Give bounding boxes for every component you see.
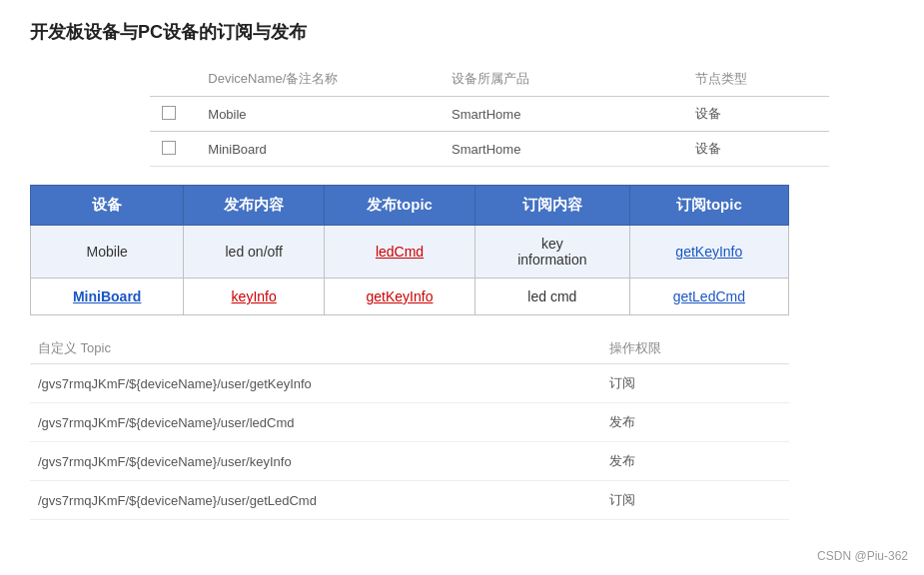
- topic-table-row: /gvs7rmqJKmF/${deviceName}/user/ledCmd 发…: [30, 403, 789, 442]
- topic-table-row: /gvs7rmqJKmF/${deviceName}/user/getLedCm…: [30, 481, 789, 520]
- device-nodetype-cell: 设备: [683, 132, 829, 167]
- device-checkbox[interactable]: [162, 106, 176, 120]
- topic-path-cell: /gvs7rmqJKmF/${deviceName}/user/getKeyIn…: [30, 364, 589, 403]
- topic-permission-cell: 订阅: [589, 364, 789, 403]
- topic-path-cell: /gvs7rmqJKmF/${deviceName}/user/keyInfo: [30, 442, 589, 481]
- topic-col-path-header: 自定义 Topic: [30, 333, 589, 364]
- main-cell-subtopic: getLedCmd: [629, 279, 788, 315]
- main-cell-pubcontent: led on/off: [184, 226, 325, 279]
- main-col-device-header: 设备: [31, 186, 184, 226]
- main-col-pubtopic-header: 发布topic: [324, 186, 474, 226]
- device-checkbox-cell[interactable]: [150, 132, 196, 167]
- page-title: 开发板设备与PC设备的订阅与发布: [30, 20, 894, 44]
- col-product-header: 设备所属产品: [440, 62, 683, 97]
- main-cell-device: MiniBoard: [31, 279, 184, 315]
- main-cell-pubtopic: ledCmd: [324, 226, 474, 279]
- topic-table: 自定义 Topic 操作权限 /gvs7rmqJKmF/${deviceName…: [30, 333, 789, 520]
- topic-col-permission-header: 操作权限: [589, 333, 789, 364]
- topic-permission-cell: 发布: [589, 403, 789, 442]
- main-cell-pubtopic: getKeyInfo: [324, 279, 474, 315]
- main-col-pubcontent-header: 发布内容: [184, 186, 325, 226]
- device-product-cell: SmartHome: [440, 132, 683, 167]
- main-table-row: MiniBoard keyInfo getKeyInfo led cmd get…: [31, 279, 789, 315]
- topic-section: 自定义 Topic 操作权限 /gvs7rmqJKmF/${deviceName…: [30, 333, 789, 520]
- main-col-subtopic-header: 订阅topic: [629, 186, 788, 226]
- main-cell-subtopic: getKeyInfo: [629, 226, 788, 279]
- topic-table-row: /gvs7rmqJKmF/${deviceName}/user/getKeyIn…: [30, 364, 789, 403]
- main-table-row: Mobile led on/off ledCmd key information…: [31, 226, 789, 279]
- main-table: 设备 发布内容 发布topic 订阅内容 订阅topic Mobile led …: [30, 185, 789, 315]
- topic-path-cell: /gvs7rmqJKmF/${deviceName}/user/ledCmd: [30, 403, 589, 442]
- col-nodetype-header: 节点类型: [683, 62, 829, 97]
- main-cell-subcontent: key information: [475, 226, 630, 279]
- device-list-row: MiniBoard SmartHome 设备: [150, 132, 829, 167]
- device-checkbox[interactable]: [162, 141, 176, 155]
- main-cell-subcontent: led cmd: [475, 279, 630, 315]
- device-list-row: Mobile SmartHome 设备: [150, 97, 829, 132]
- device-name-cell: Mobile: [196, 97, 440, 132]
- device-list-table: DeviceName/备注名称 设备所属产品 节点类型 Mobile Smart…: [150, 62, 829, 167]
- topic-path-cell: /gvs7rmqJKmF/${deviceName}/user/getLedCm…: [30, 481, 589, 520]
- device-checkbox-cell[interactable]: [150, 97, 196, 132]
- topic-permission-cell: 订阅: [589, 481, 789, 520]
- main-col-subcontent-header: 订阅内容: [475, 186, 630, 226]
- col-checkbox-header: [150, 62, 196, 97]
- topic-permission-cell: 发布: [589, 442, 789, 481]
- topic-table-row: /gvs7rmqJKmF/${deviceName}/user/keyInfo …: [30, 442, 789, 481]
- col-device-header: DeviceName/备注名称: [196, 62, 440, 97]
- device-nodetype-cell: 设备: [683, 97, 829, 132]
- device-product-cell: SmartHome: [440, 97, 683, 132]
- main-cell-device: Mobile: [31, 226, 184, 279]
- device-name-cell: MiniBoard: [196, 132, 440, 167]
- main-cell-pubcontent: keyInfo: [184, 279, 325, 315]
